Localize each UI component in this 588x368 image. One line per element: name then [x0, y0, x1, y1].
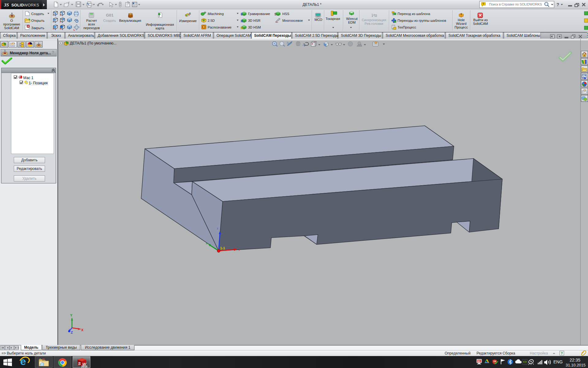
svg-text:?: ?: [561, 351, 563, 355]
svg-text:x: x: [239, 248, 240, 251]
svg-text:z: z: [217, 227, 218, 230]
svg-text:S: S: [274, 13, 277, 16]
svg-text:E: E: [241, 13, 243, 16]
svg-text:SW: SW: [493, 360, 496, 362]
svg-text:X: X: [81, 328, 84, 332]
svg-text:Y: Y: [70, 313, 73, 317]
svg-text:?: ?: [556, 2, 559, 7]
svg-text:SC: SC: [478, 360, 481, 362]
svg-text:SOLIDWORKS: SOLIDWORKS: [11, 3, 39, 7]
svg-text:ЗS: ЗS: [4, 2, 9, 7]
svg-text:Z: Z: [71, 331, 73, 334]
svg-text:2015: 2015: [81, 365, 87, 368]
svg-text:1-1: 1-1: [220, 246, 225, 250]
svg-text:?: ?: [482, 2, 484, 6]
svg-text:M: M: [241, 26, 243, 29]
svg-text:R: R: [241, 20, 243, 23]
svg-text:S: S: [78, 361, 81, 366]
